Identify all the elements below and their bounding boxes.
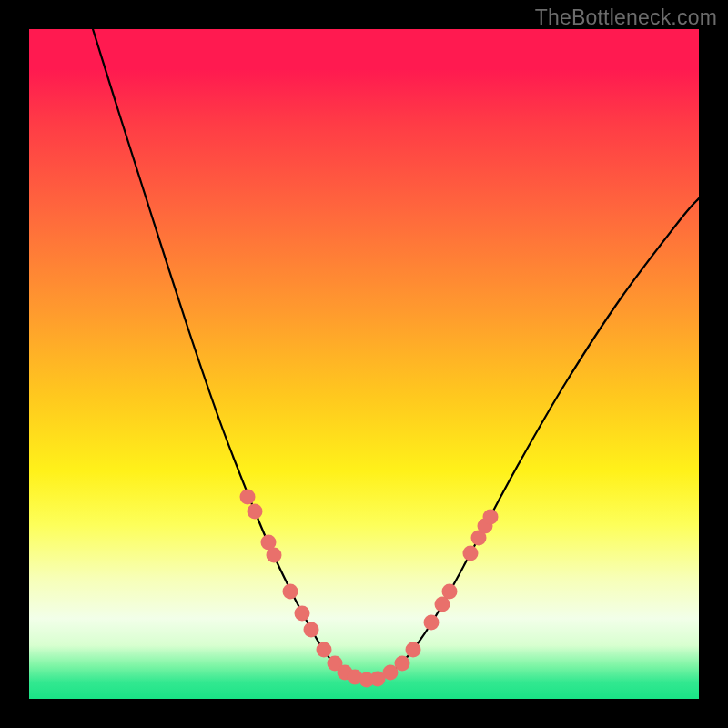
plot-area xyxy=(29,29,699,699)
data-dot xyxy=(317,642,332,658)
v-curve xyxy=(93,29,699,680)
data-dot xyxy=(442,584,458,600)
data-dot xyxy=(267,548,282,563)
data-dots xyxy=(240,490,499,688)
data-dot xyxy=(283,584,298,600)
data-dot xyxy=(295,606,310,622)
chart-frame: TheBottleneck.com xyxy=(0,0,728,728)
chart-svg xyxy=(29,29,699,699)
data-dot xyxy=(304,622,319,638)
data-dot xyxy=(406,642,421,658)
data-dot xyxy=(248,504,263,520)
data-dot xyxy=(240,490,256,505)
data-dot xyxy=(424,615,440,631)
data-dot xyxy=(395,656,410,672)
data-dot xyxy=(463,546,479,561)
data-dot xyxy=(483,510,499,525)
watermark-text: TheBottleneck.com xyxy=(535,5,717,30)
